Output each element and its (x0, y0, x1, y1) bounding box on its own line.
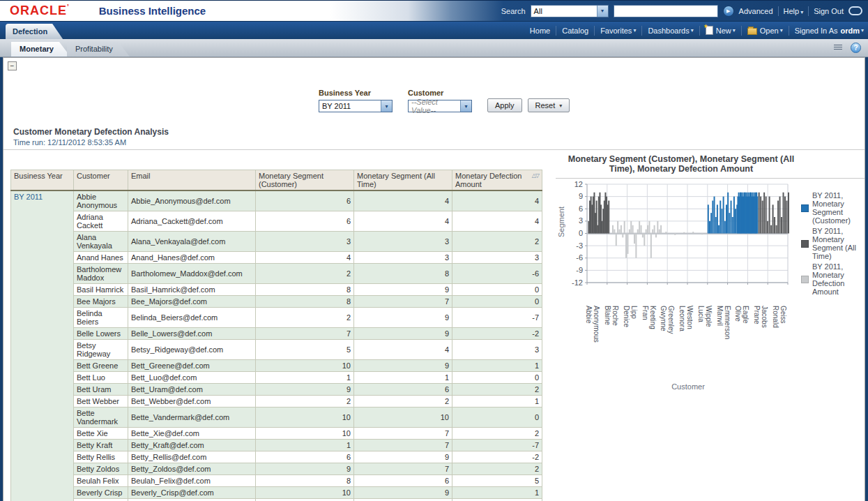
nav-dashboards[interactable]: Dashboards▾ (648, 27, 693, 35)
chevron-down-icon[interactable]: ▾ (597, 6, 608, 17)
table-cell: 3 (354, 252, 452, 264)
table-cell: Bett Luo (74, 372, 128, 384)
sign-out-link[interactable]: Sign Out (814, 7, 844, 15)
search-input[interactable] (614, 5, 718, 17)
chevron-down-icon: ▾ (559, 103, 562, 109)
bar-chart: 129630-3-6-9-12 (556, 179, 796, 301)
table-cell: Bett Webber (74, 396, 128, 407)
table-cell: Belinda Beiers (74, 308, 128, 328)
table-cell: 1 (354, 372, 452, 384)
chevron-down-icon: ▾ (691, 27, 694, 33)
table-cell: 9 (256, 463, 354, 475)
svg-text:-9: -9 (576, 266, 583, 274)
table-cell: 0 (452, 499, 542, 501)
apply-button[interactable]: Apply (487, 98, 522, 112)
reset-button[interactable]: Reset▾ (528, 98, 570, 112)
subtab-bar: Monetary Profitability ? (0, 39, 868, 57)
oracle-logo: ORACLE’ (10, 3, 70, 18)
table-cell: 5 (452, 475, 542, 487)
signed-in-menu[interactable]: Signed In Asordm▾ (795, 27, 864, 35)
col-monetary-defection-amount[interactable]: △▽Monetary Defection Amount (452, 170, 542, 191)
chevron-down-icon[interactable]: ▾ (381, 100, 392, 112)
table-cell: 2 (452, 463, 542, 475)
chevron-down-icon: ▾ (733, 27, 736, 33)
table-cell: Betty Rellis (74, 451, 128, 463)
table-cell: 8 (256, 296, 354, 308)
col-business-year[interactable]: Business Year (11, 170, 74, 191)
table-cell: 3 (354, 232, 452, 252)
table-cell: Betty_Zoldos@def.com (128, 463, 256, 475)
legend-label: BY 2011, Monetary Defection Amount (812, 262, 862, 296)
table-cell: Beulah Felix (74, 475, 128, 487)
sort-icons[interactable]: △▽ (532, 172, 539, 180)
x-axis-title: Customer (639, 382, 737, 391)
x-tick-label: LeonoraWeston (678, 306, 694, 373)
table-cell: Basil_Hamrick@def.com (128, 284, 256, 296)
x-tick-label: RonaldGeiss (772, 306, 787, 373)
table-row: Bartholomew MaddoxBartholomew_Maddox@def… (11, 264, 542, 284)
prompt-panel: Business Year BY 2011 ▾ Customer --Selec… (319, 89, 570, 112)
nav-home[interactable]: Home (530, 27, 550, 35)
table-cell: 2 (256, 308, 354, 328)
page-options-icon[interactable] (834, 43, 845, 52)
business-year-select[interactable]: BY 2011 ▾ (319, 100, 393, 112)
table-cell: 2 (354, 396, 452, 407)
help-icon[interactable]: ? (851, 43, 861, 53)
nav-favorites[interactable]: Favorites▾ (600, 27, 636, 35)
table-cell: 7 (354, 428, 452, 440)
search-go-icon[interactable]: ▶ (723, 6, 734, 17)
nav-catalog[interactable]: Catalog (562, 27, 588, 35)
table-cell: 4 (354, 211, 452, 232)
table-row: Basil HamrickBasil_Hamrick@def.com890 (11, 284, 542, 296)
table-cell: Bee Majors (74, 296, 128, 308)
table-cell: 6 (354, 384, 452, 396)
table-cell: Belle Lowers (74, 328, 128, 340)
table-row: Bett WebberBett_Webber@def.com221 (11, 396, 542, 407)
dashboard-navbar: Defection Home Catalog Favorites▾ Dashbo… (0, 21, 868, 39)
table-cell: -7 (452, 308, 542, 328)
nav-open[interactable]: Open▾ (747, 26, 783, 35)
help-menu[interactable]: Help▾ (784, 7, 804, 15)
table-cell: 8 (354, 264, 452, 284)
table-cell: 0 (452, 372, 542, 384)
table-cell: 7 (256, 328, 354, 340)
table-cell: Bette Vandermark (74, 407, 128, 428)
page-tab-defection[interactable]: Defection (6, 24, 63, 39)
table-row: Bette XieBette_Xie@def.com1072 (11, 428, 542, 440)
tab-monetary[interactable]: Monetary (11, 42, 70, 57)
col-email[interactable]: Email (128, 170, 256, 191)
table-cell: 2 (452, 384, 542, 396)
divider (741, 26, 742, 36)
divider (789, 26, 789, 36)
legend-swatch (801, 276, 809, 283)
y-axis-title: Segment (557, 207, 565, 237)
nav-new[interactable]: New▾ (706, 26, 736, 35)
defection-chart-region: Monetary Segment (Customer), Monetary Se… (556, 154, 865, 437)
col-customer[interactable]: Customer (74, 170, 128, 191)
table-cell: 6 (256, 211, 354, 232)
col-monetary-segment-customer[interactable]: Monetary Segment (Customer) (256, 170, 354, 191)
advanced-link[interactable]: Advanced (739, 7, 773, 15)
table-cell: 1 (452, 487, 542, 499)
col-monetary-segment-alltime[interactable]: Monetary Segment (All Time) (354, 170, 452, 191)
legend-swatch (801, 240, 809, 248)
chart-title: Monetary Segment (Customer), Monetary Se… (563, 154, 800, 174)
x-tick-label: GwynneGreenley (660, 306, 675, 373)
search-scope-select[interactable]: All ▾ (531, 5, 609, 17)
customer-select[interactable]: --Select Value-- ▾ (408, 100, 472, 112)
chevron-down-icon[interactable]: ▾ (460, 100, 471, 112)
table-cell: 0 (452, 296, 542, 308)
table-cell: Beulah_Felix@def.com (128, 475, 256, 487)
table-cell: 4 (354, 190, 452, 211)
table-row: Belle LowersBelle_Lowers@def.com79-2 (11, 328, 542, 340)
table-cell: Belinda_Beiers@def.com (128, 308, 256, 328)
table-cell: 8 (256, 475, 354, 487)
tab-profitability[interactable]: Profitability (67, 42, 130, 57)
svg-text:6: 6 (579, 204, 583, 213)
collapse-section-button[interactable]: − (8, 61, 17, 70)
table-cell: Beverly Crisp (74, 487, 128, 499)
table-cell: 10 (256, 428, 354, 440)
table-cell: Bett_Luo@def.com (128, 372, 256, 384)
x-axis-labels: AbbieAnonymousBlaineRocheDeniceLippFranK… (556, 306, 796, 373)
dashboard-content: − Business Year BY 2011 ▾ Customer --Sel… (3, 57, 865, 501)
